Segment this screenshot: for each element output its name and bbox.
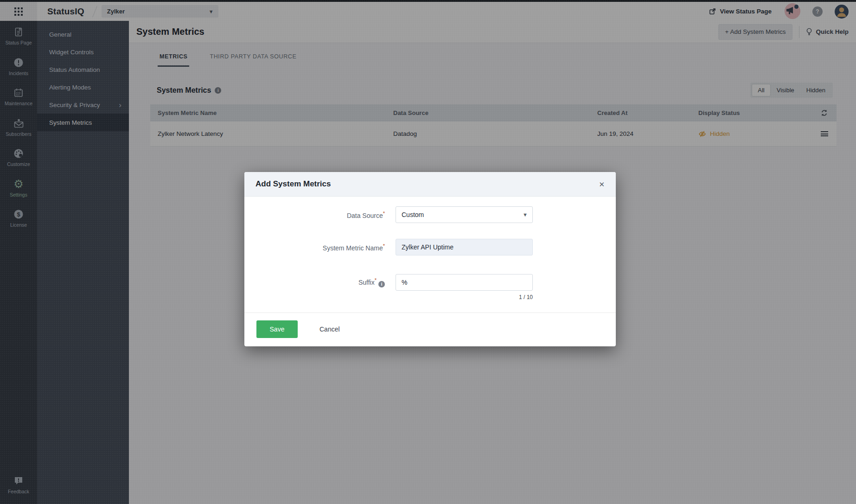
data-source-row: Data Source* Custom ▼	[244, 206, 616, 223]
suffix-row: Suffix*i	[244, 274, 616, 291]
suffix-info-icon[interactable]: i	[378, 281, 385, 287]
suffix-label: Suffix*i	[244, 277, 396, 287]
cancel-button[interactable]: Cancel	[319, 325, 340, 333]
metric-name-row: System Metric Name*	[244, 239, 616, 255]
required-asterisk: *	[383, 243, 385, 249]
system-metric-name-input[interactable]	[396, 239, 533, 255]
modal-footer: Save Cancel	[244, 313, 616, 346]
suffix-input[interactable]	[396, 274, 533, 291]
char-counter: 1 / 10	[396, 294, 533, 300]
data-source-value: Custom	[402, 211, 523, 218]
close-icon[interactable]: ✕	[599, 181, 605, 188]
chevron-down-icon: ▼	[523, 212, 528, 217]
required-asterisk: *	[375, 277, 377, 283]
modal-body: Data Source* Custom ▼ System Metric Name…	[244, 197, 616, 300]
counter-row: 1 / 10	[244, 294, 616, 300]
modal-title: Add System Metrics	[256, 179, 331, 189]
data-source-label: Data Source*	[244, 211, 396, 219]
add-system-metrics-modal: Add System Metrics ✕ Data Source* Custom…	[244, 172, 616, 346]
save-button[interactable]: Save	[256, 320, 298, 338]
data-source-select[interactable]: Custom ▼	[396, 206, 533, 223]
modal-header: Add System Metrics ✕	[244, 172, 616, 197]
required-asterisk: *	[383, 211, 385, 216]
statusiq-app: StatusIQ Zylker ▼ View Status Page	[0, 0, 856, 504]
metric-name-label: System Metric Name*	[244, 243, 396, 252]
